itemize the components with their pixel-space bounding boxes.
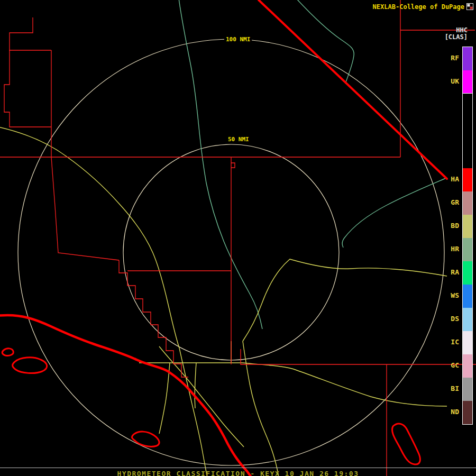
river — [342, 178, 447, 248]
highway — [195, 363, 196, 408]
legend-labels: RFUKHAGRBDHRRAWSDSICGCBIND — [438, 0, 459, 476]
legend-swatch-bd — [463, 215, 472, 238]
legend-label-rf: RF — [451, 54, 459, 62]
range-ring-label-100: 100 NMI — [224, 36, 252, 43]
legend-swatch-nd — [463, 401, 472, 424]
river — [296, 0, 354, 84]
island-outline — [13, 358, 47, 373]
legend-label-bd: BD — [451, 222, 459, 230]
legend-swatch-gc — [463, 354, 472, 378]
radar-display: NEXLAB-College of DuPage HHC [CLAS] 100 … — [0, 0, 476, 476]
island-outline — [2, 349, 13, 356]
county-boundary — [231, 163, 235, 168]
legend-label-hr: HR — [451, 245, 459, 253]
radar-map — [0, 0, 476, 476]
county-boundary — [10, 17, 51, 50]
legend-swatch-ws — [463, 285, 472, 308]
legend-label-gc: GC — [451, 361, 459, 369]
product-caption: HYDROMETEOR CLASSIFICATION - KEYX 10 JAN… — [117, 470, 359, 476]
legend-swatch-bi — [463, 378, 472, 401]
legend-swatch-ic — [463, 331, 472, 354]
legend-swatch-rf — [463, 47, 472, 70]
legend-label-ws: WS — [451, 291, 459, 299]
legend-label-ra: RA — [451, 268, 459, 276]
legend-swatch-ha — [463, 168, 472, 191]
coastline — [0, 315, 251, 476]
legend-swatch-uk — [463, 70, 472, 94]
cod-logo-icon — [466, 3, 473, 10]
legend-label-bi: BI — [451, 385, 459, 392]
island-outline — [132, 432, 159, 446]
legend-swatch-ds — [463, 308, 472, 331]
legend-label-gr: GR — [451, 198, 459, 206]
highway — [242, 363, 447, 406]
state-boundary-line — [259, 0, 447, 179]
county-boundary — [4, 50, 51, 127]
legend-label-nd: ND — [451, 408, 459, 416]
highway — [243, 259, 447, 341]
county-boundary — [51, 157, 119, 260]
river — [179, 0, 262, 329]
highway — [179, 348, 207, 476]
legend-swatch-gap — [463, 94, 472, 168]
range-ring-label-50: 50 NMI — [226, 136, 251, 143]
legend-label-ic: IC — [451, 338, 459, 346]
legend-bar — [462, 47, 473, 425]
highway — [159, 363, 170, 434]
legend-label-uk: UK — [451, 77, 459, 85]
highway — [0, 127, 179, 348]
highway — [243, 341, 279, 476]
legend-label-ha: HA — [451, 175, 459, 183]
legend-swatch-ra — [463, 261, 472, 285]
legend-swatch-hr — [463, 238, 472, 261]
legend-swatch-gr — [463, 191, 472, 215]
island-outline — [392, 424, 420, 464]
county-boundary — [119, 260, 188, 377]
caption-bar: HYDROMETEOR CLASSIFICATION - KEYX 10 JAN… — [0, 468, 476, 476]
legend-label-ds: DS — [451, 315, 459, 323]
